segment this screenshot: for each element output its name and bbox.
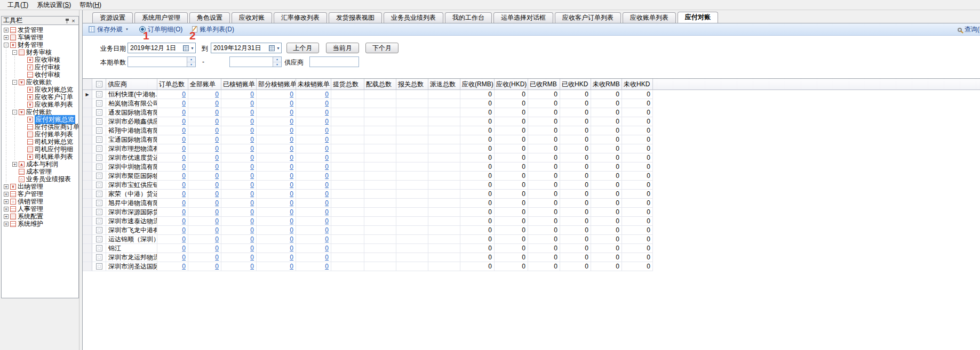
column-header-15[interactable]: 已收RMB [528, 79, 560, 89]
count-link[interactable]: 0 [290, 199, 293, 207]
count-link[interactable]: 0 [182, 154, 186, 161]
count-link[interactable]: 0 [290, 208, 293, 216]
count-link[interactable]: 0 [290, 163, 293, 170]
tab-10[interactable]: 应收客户订单列表 [555, 12, 621, 23]
row-checkbox[interactable] [96, 227, 102, 233]
count-link[interactable]: 0 [325, 181, 329, 189]
column-header-13[interactable]: 应收(RMB) [460, 79, 495, 89]
count-link[interactable]: 0 [250, 208, 254, 216]
count-link[interactable]: 0 [215, 100, 219, 107]
count-link[interactable]: 0 [290, 190, 293, 198]
count-link[interactable]: 0 [182, 235, 186, 243]
table-row[interactable]: 深圳市龙运邦物流...00000000000 [83, 253, 653, 262]
count-link[interactable]: 0 [290, 235, 293, 243]
row-checkbox-cell[interactable] [92, 262, 106, 271]
tab-8[interactable]: 我的工作台 [445, 12, 492, 23]
row-checkbox[interactable] [96, 236, 102, 242]
table-row[interactable]: 深圳市宝虹供应链...00000000000 [83, 181, 653, 190]
collapse-icon[interactable]: - [12, 110, 17, 115]
count-link[interactable]: 0 [290, 217, 293, 225]
tree-item[interactable]: +系统维护 [2, 220, 78, 227]
expand-icon[interactable]: + [4, 207, 9, 211]
count-link[interactable]: 0 [250, 109, 254, 116]
column-header-17[interactable]: 未收RMB [591, 79, 622, 89]
count-link[interactable]: 0 [325, 118, 329, 125]
count-link[interactable]: 0 [182, 199, 186, 207]
count-link[interactable]: 0 [215, 163, 219, 170]
count-link[interactable]: 0 [325, 172, 329, 180]
count-link[interactable]: 0 [182, 127, 186, 134]
menu-item-2[interactable]: 系统设置(S) [33, 0, 75, 10]
count-link[interactable]: 0 [215, 263, 219, 270]
count-link[interactable]: 0 [290, 245, 293, 252]
row-checkbox[interactable] [96, 209, 102, 215]
column-header-16[interactable]: 已收HKD [560, 79, 591, 89]
count-link[interactable]: 0 [250, 163, 254, 170]
collapse-icon[interactable]: - [4, 43, 9, 47]
row-checkbox[interactable] [96, 145, 102, 152]
row-checkbox[interactable] [96, 263, 102, 270]
count-link[interactable]: 0 [250, 263, 254, 270]
row-checkbox[interactable] [96, 154, 102, 161]
count-link[interactable]: 0 [325, 263, 329, 270]
row-checkbox-cell[interactable] [92, 108, 106, 117]
count-link[interactable]: 0 [250, 217, 254, 225]
tab-2[interactable]: 系统用户管理 [134, 12, 188, 23]
row-checkbox[interactable] [96, 118, 102, 125]
row-checkbox[interactable] [96, 173, 102, 179]
table-row[interactable]: 通发国际物流有限...00000000000 [83, 108, 653, 117]
count-link[interactable]: 0 [182, 263, 186, 270]
row-checkbox-cell[interactable] [92, 244, 106, 253]
row-checkbox-cell[interactable] [92, 190, 106, 199]
count-link[interactable]: 0 [182, 226, 186, 234]
date-from-field[interactable]: 2019年12月 1日 ▼ [128, 43, 196, 53]
bill-list-button[interactable]: 账单列表(D) [189, 24, 237, 35]
row-checkbox[interactable] [96, 109, 102, 116]
count-link[interactable]: 0 [182, 208, 186, 216]
expand-icon[interactable]: + [4, 199, 9, 204]
count-link[interactable]: 0 [215, 136, 219, 143]
count-link[interactable]: 0 [290, 226, 293, 234]
table-row[interactable]: 裕翔中港物流有限...00000000000 [83, 126, 653, 135]
count-link[interactable]: 0 [215, 235, 219, 243]
count-link[interactable]: 0 [290, 100, 293, 107]
query-button[interactable]: 查询(F [958, 25, 980, 34]
row-checkbox-cell[interactable] [92, 144, 106, 153]
table-row[interactable]: 深圳市速泰达物流...00000000000 [83, 217, 653, 226]
count-link[interactable]: 0 [325, 245, 329, 252]
next-month-button[interactable]: 下个月 [365, 43, 399, 53]
count-link[interactable]: 0 [215, 145, 219, 152]
expand-icon[interactable]: + [4, 214, 9, 219]
count-link[interactable]: 0 [182, 100, 186, 107]
collapse-icon[interactable]: - [12, 50, 17, 55]
count-link[interactable]: 0 [215, 208, 219, 216]
count-link[interactable]: 0 [325, 199, 329, 207]
count-link[interactable]: 0 [250, 190, 254, 198]
expand-icon[interactable]: + [4, 222, 9, 226]
tab-7[interactable]: 业务员业绩列表 [384, 12, 443, 23]
count-link[interactable]: 0 [325, 109, 329, 116]
count-link[interactable]: 0 [215, 91, 219, 98]
expand-icon[interactable]: + [4, 192, 9, 197]
spin-down-icon[interactable]: ▼ [273, 62, 281, 67]
column-header-4[interactable]: 订单总数 [157, 79, 188, 89]
count-link[interactable]: 0 [290, 172, 293, 180]
row-checkbox-cell[interactable] [92, 126, 106, 135]
count-link[interactable]: 0 [290, 91, 293, 98]
splitter[interactable] [79, 10, 83, 350]
row-checkbox[interactable] [96, 91, 102, 97]
spin-down-icon[interactable]: ▼ [187, 62, 195, 67]
count-link[interactable]: 0 [290, 154, 293, 161]
table-row[interactable]: ▶恒利快運(中港物...00000000000 [83, 90, 653, 99]
count-link[interactable]: 0 [182, 254, 186, 261]
count-link[interactable]: 0 [325, 145, 329, 152]
table-row[interactable]: 深圳市聚臣国际物...00000000000 [83, 172, 653, 181]
count-link[interactable]: 0 [325, 154, 329, 161]
count-link[interactable]: 0 [182, 245, 186, 252]
tab-9[interactable]: 运单选择对话框 [493, 12, 553, 23]
tab-5[interactable]: 汇率修改列表 [274, 12, 327, 23]
row-checkbox[interactable] [96, 191, 102, 197]
count-link[interactable]: 0 [290, 254, 293, 261]
current-month-button[interactable]: 当前月 [326, 43, 359, 53]
prev-month-button[interactable]: 上个月 [286, 43, 319, 53]
